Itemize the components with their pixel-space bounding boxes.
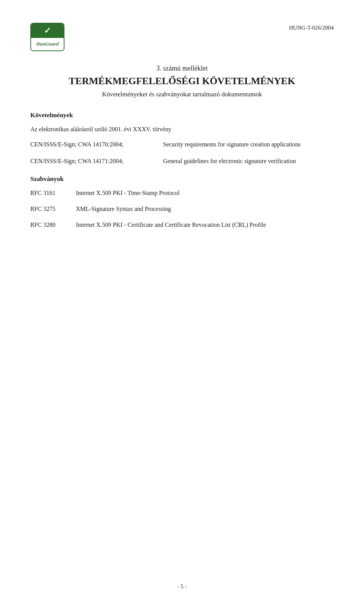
rfc3161-id: RFC 3161: [30, 189, 76, 198]
rfc3280-id: RFC 3280: [30, 220, 76, 229]
rfc3275-id: RFC 3275: [30, 204, 76, 214]
standard-row-rfc3275: RFC 3275 XML-Signature Syntax and Proces…: [30, 204, 334, 214]
requirements-section: Követelmények Az elektronikus aláírásról…: [30, 112, 334, 166]
rfc3280-desc: Internet X.509 PKI - Certificate and Cer…: [76, 220, 334, 229]
description: Követelményeket és szabványokat tartalma…: [30, 91, 334, 98]
rfc3161-desc: Internet X.509 PKI - Time-Stamp Protocol: [76, 189, 334, 198]
rfc3275-desc: XML-Signature Syntax and Processing: [76, 204, 334, 214]
standards-section: Szabványok RFC 3161 Internet X.509 PKI -…: [30, 175, 334, 229]
cen-desc-1: Security requirements for signature crea…: [163, 140, 334, 149]
main-title: TERMÉKMEGFELELŐSÉGI KÖVETELMÉNYEK: [30, 75, 334, 87]
requirements-heading: Követelmények: [30, 112, 334, 119]
standards-heading: Szabványok: [30, 175, 334, 183]
standard-row-rfc3280: RFC 3280 Internet X.509 PKI - Certificat…: [30, 220, 334, 229]
page-number: - 5 -: [177, 583, 187, 589]
standard-row-rfc3161: RFC 3161 Internet X.509 PKI - Time-Stamp…: [30, 189, 334, 198]
page-footer: - 5 -: [0, 583, 364, 590]
logo-container: ✓ HunGuard: [30, 23, 68, 53]
logo-top: ✓: [31, 24, 64, 38]
page: ✓ HunGuard HUNG-T-026/2004 3. számú mell…: [0, 0, 364, 605]
intro-line: Az elektronikus aláírásról szóló 2001. é…: [30, 126, 171, 132]
checkmark-icon: ✓: [44, 26, 51, 36]
cen-id-2: CEN/ISSS/E-Sign; CWA 14171:2004;: [30, 156, 163, 166]
title-section: 3. számú melléklet TERMÉKMEGFELELŐSÉGI K…: [30, 64, 334, 98]
logo-box: ✓ HunGuard: [30, 23, 64, 51]
document-id: HUNG-T-026/2004: [289, 23, 334, 31]
cen-desc-2: General guidelines for electronic signat…: [163, 156, 334, 166]
cen-item-2: CEN/ISSS/E-Sign; CWA 14171:2004; General…: [30, 156, 334, 166]
header: ✓ HunGuard HUNG-T-026/2004: [30, 23, 334, 53]
logo-bottom: HunGuard: [31, 38, 64, 50]
cen-item-1: CEN/ISSS/E-Sign; CWA 14170:2004; Securit…: [30, 140, 334, 149]
subtitle: 3. számú melléklet: [30, 64, 334, 72]
cen-id-1: CEN/ISSS/E-Sign; CWA 14170:2004;: [30, 140, 163, 149]
requirements-intro: Az elektronikus aláírásról szóló 2001. é…: [30, 125, 334, 134]
logo-text: HunGuard: [36, 41, 58, 47]
